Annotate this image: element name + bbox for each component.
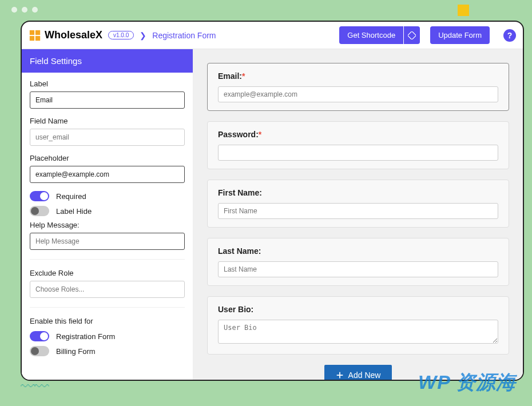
user-bio-label: User Bio: [218,305,498,314]
label-hide-toggle[interactable] [30,206,49,216]
chevron-right-icon: ❯ [140,31,146,40]
decor-square [458,5,469,16]
help-message-title: Help Message: [30,221,185,229]
svg-rect-0 [30,30,34,34]
billing-label: Billing Form [56,347,96,356]
placeholder-input[interactable] [30,166,185,183]
exclude-role-title: Exclude Role [30,269,185,277]
svg-rect-2 [30,35,34,40]
first-name-input[interactable] [218,203,498,219]
svg-rect-1 [35,30,40,34]
brand-logo[interactable]: WholesaleX [29,29,102,42]
last-name-input[interactable] [218,261,498,277]
password-label: Password:* [218,130,498,139]
field-name-title: Field Name [30,117,185,125]
user-bio-input[interactable] [218,320,498,344]
label-title: Label [30,79,185,88]
get-shortcode-button[interactable]: Get Shortcode [339,26,403,44]
registration-label: Registration Form [56,332,115,341]
first-name-label: First Name: [218,188,498,197]
form-field-first-name[interactable]: First Name: [207,180,509,228]
breadcrumb-page[interactable]: Registration Form [152,31,216,40]
window-dots [11,7,38,13]
topbar: WholesaleX v1.0.0 ❯ Registration Form Ge… [22,22,523,49]
enable-for-title: Enable this field for [30,317,185,325]
sidebar: Field Settings Label Field Name Placehol… [22,49,193,380]
form-field-user-bio[interactable]: User Bio: [207,296,509,355]
logo-icon [29,29,41,42]
exclude-role-select[interactable] [30,281,185,298]
form-field-password[interactable]: Password:* [207,121,509,169]
last-name-label: Last Name: [218,246,498,256]
password-input[interactable] [218,145,498,161]
svg-rect-3 [35,35,40,40]
update-form-button[interactable]: Update Form [430,26,490,44]
email-label: Email:* [218,71,498,81]
form-field-email[interactable]: Email:* [207,63,509,111]
help-icon[interactable]: ? [503,29,516,42]
version-pill: v1.0.0 [108,31,134,39]
add-new-button[interactable]: Add New [324,365,392,380]
label-input[interactable] [30,91,185,109]
email-input[interactable] [218,86,498,102]
label-hide-label: Label Hide [56,207,92,216]
sidebar-title: Field Settings [22,49,193,73]
get-shortcode-group: Get Shortcode [339,26,420,44]
decor-squiggle: 〰〰 [21,378,48,396]
required-label: Required [56,192,86,201]
help-message-input[interactable] [30,233,185,250]
brand-name: WholesaleX [45,29,102,41]
placeholder-title: Placeholder [30,154,185,162]
plus-icon [336,371,344,379]
billing-toggle[interactable] [30,346,49,356]
form-field-last-name[interactable]: Last Name: [207,238,509,286]
registration-toggle[interactable] [30,331,49,341]
form-preview: Email:* Password:* First Name: Last Name… [193,49,523,380]
app-window: WholesaleX v1.0.0 ❯ Registration Form Ge… [21,21,524,381]
required-toggle[interactable] [30,191,49,201]
shortcode-icon-button[interactable] [404,26,420,44]
field-name-input[interactable] [30,129,185,146]
svg-rect-4 [408,31,416,39]
